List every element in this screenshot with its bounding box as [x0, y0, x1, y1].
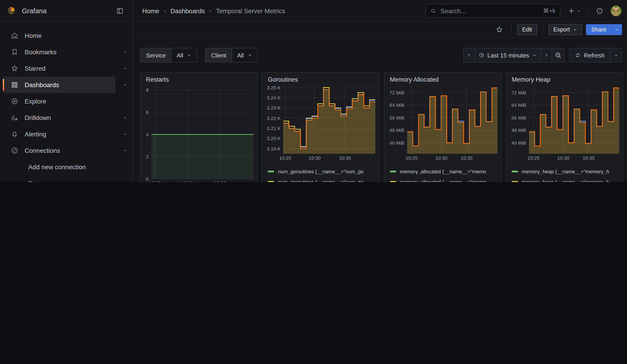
- breadcrumb-current: Temporal Server Metrics: [216, 7, 285, 14]
- y-axis-label: 40 MiB: [511, 140, 526, 146]
- sidebar-item-expand-button[interactable]: [117, 142, 133, 159]
- top-nav: Grafana Home › Dashboards › Temporal Ser…: [0, 0, 627, 22]
- y-axis-label: 64 MiB: [511, 103, 526, 108]
- x-axis-label: 10:25: [279, 155, 291, 160]
- sidebar-item-expand-button[interactable]: [117, 60, 133, 77]
- chevron-up-icon: [123, 148, 127, 153]
- panel-goroutines: Goroutines3.25 K3.24 K3.23 K3.22 K3.21 K…: [262, 72, 380, 182]
- brand-zone: Grafana: [0, 0, 133, 21]
- legend-color-chip: [390, 170, 396, 172]
- sidebar-item-bookmarks[interactable]: Bookmarks: [0, 44, 133, 60]
- sidebar-item-alerting[interactable]: Alerting: [0, 126, 133, 142]
- y-axis-label: 3.20 K: [267, 136, 281, 141]
- help-button[interactable]: ?: [593, 4, 606, 17]
- help-icon: ?: [596, 7, 603, 14]
- sidebar-item-label: Home: [25, 32, 131, 39]
- sidebar-item-expand-button[interactable]: [117, 109, 133, 126]
- sidebar-item-main[interactable]: Explore: [3, 93, 131, 109]
- chevron-down-icon: [123, 115, 127, 120]
- sidebar-item-main[interactable]: Drilldown: [3, 109, 115, 126]
- legend-item[interactable]: memory_allocated {__name__="memo: [390, 166, 498, 177]
- plot-area[interactable]: [283, 84, 375, 154]
- sidebar-item-explore[interactable]: Explore: [0, 93, 133, 109]
- sidebar-item-expand-button[interactable]: [117, 126, 133, 142]
- dock-menu-button[interactable]: [113, 4, 126, 17]
- x-axis-label: 10:35: [582, 155, 595, 160]
- legend-item[interactable]: num_goroutines {__name__="num_go: [268, 166, 375, 177]
- y-axis-label: 3.23 K: [267, 105, 281, 111]
- content: Edit Export Share ServiceAllClientAll: [133, 22, 627, 182]
- search-icon: [430, 8, 436, 13]
- breadcrumb-dashboards[interactable]: Dashboards: [170, 7, 205, 14]
- sidebar-item-connections[interactable]: Connections: [0, 142, 133, 159]
- sidebar-item-label: Data sources: [28, 180, 131, 182]
- plot-area[interactable]: [529, 84, 619, 154]
- sidebar: HomeBookmarksStarredDashboardsExploreDri…: [0, 22, 133, 182]
- sidebar-item-main[interactable]: Dashboards: [3, 77, 115, 93]
- sidebar-item-expand-button[interactable]: [117, 77, 133, 93]
- divider: [588, 6, 589, 16]
- legend-item[interactable]: memory_allocated {__name__="memo: [390, 177, 498, 182]
- plus-icon: [568, 7, 575, 14]
- panel-body: 3.25 K3.24 K3.23 K3.22 K3.21 K3.20 K3.19…: [262, 83, 379, 182]
- legend: memory_allocated {__name__="memomemory_a…: [386, 162, 498, 182]
- breadcrumb-separator: ›: [209, 7, 211, 14]
- x-axis-label: 10:30: [309, 155, 321, 160]
- breadcrumb-separator: ›: [164, 7, 166, 14]
- sidebar-item-main[interactable]: Connections: [3, 142, 115, 159]
- chart-row: 3.25 K3.24 K3.23 K3.22 K3.21 K3.20 K3.19…: [264, 84, 375, 154]
- y-axis: 72 MiB64 MiB56 MiB48 MiB40 MiB: [508, 84, 529, 154]
- sidebar-item-main[interactable]: Home: [3, 27, 131, 44]
- sidebar-item-main[interactable]: Data sources: [3, 175, 131, 182]
- legend-item[interactable]: memory_heap {__name__="memory_h: [512, 166, 619, 177]
- sidebar-item-data-sources[interactable]: Data sources: [0, 175, 133, 182]
- legend-color-chip: [268, 170, 274, 172]
- sidebar-item-main[interactable]: Add new connection: [3, 159, 131, 175]
- nav-right: ⌘+k ?: [425, 4, 627, 18]
- x-axis: 10:2510:3010:35: [151, 180, 254, 182]
- x-axis-label: 10:30: [435, 155, 448, 160]
- drilldown-icon: [11, 114, 18, 121]
- panel-memory-allocated: Memory Allocated72 MiB64 MiB56 MiB48 MiB…: [384, 72, 502, 182]
- x-axis-label: 10:35: [214, 180, 226, 182]
- sidebar-item-main[interactable]: Alerting: [3, 126, 115, 142]
- y-axis-label: 0: [146, 176, 149, 182]
- search-input[interactable]: [440, 7, 539, 15]
- plot-area[interactable]: [151, 84, 254, 179]
- legend-label: num_goroutines {__name__="num_go: [278, 179, 364, 182]
- breadcrumb-home[interactable]: Home: [142, 7, 159, 14]
- new-button[interactable]: [565, 4, 584, 17]
- sidebar-item-drilldown[interactable]: Drilldown: [0, 109, 133, 126]
- chevron-down-icon: [123, 83, 127, 87]
- home-icon: [11, 32, 18, 39]
- y-axis-label: 72 MiB: [389, 90, 404, 95]
- sidebar-item-expand-button[interactable]: [117, 44, 133, 60]
- sidebar-item-main[interactable]: Bookmarks: [3, 44, 115, 60]
- panel-title[interactable]: Memory Heap: [506, 73, 623, 83]
- chevron-down-icon: [123, 50, 127, 54]
- legend-item[interactable]: num_goroutines {__name__="num_go: [268, 177, 375, 182]
- sidebar-item-main[interactable]: Starred: [3, 60, 115, 77]
- y-axis-label: 56 MiB: [511, 115, 526, 120]
- sidebar-item-home[interactable]: Home: [0, 27, 133, 44]
- sidebar-item-label: Drilldown: [25, 114, 115, 121]
- legend-item[interactable]: memory_heap {__name__="memory_h: [512, 177, 619, 182]
- panel-title[interactable]: Restarts: [140, 73, 257, 83]
- plot-area[interactable]: [407, 84, 498, 154]
- search-box[interactable]: ⌘+k: [425, 4, 560, 18]
- legend-label: memory_heap {__name__="memory_h: [522, 179, 609, 182]
- x-axis-label: 10:35: [461, 155, 473, 160]
- bell-icon: [11, 130, 18, 138]
- avatar[interactable]: [611, 5, 622, 16]
- sidebar-item-add-new-connection[interactable]: Add new connection: [0, 159, 133, 175]
- sidebar-item-dashboards[interactable]: Dashboards: [0, 77, 133, 93]
- panel-title[interactable]: Goroutines: [262, 73, 379, 83]
- panel-title[interactable]: Memory Allocated: [384, 73, 501, 83]
- x-axis-label: 10:35: [339, 155, 351, 160]
- active-indicator: [3, 79, 4, 91]
- y-axis-label: 48 MiB: [511, 127, 526, 133]
- sidebar-item-starred[interactable]: Starred: [0, 60, 133, 77]
- y-axis-label: 56 MiB: [389, 115, 404, 120]
- sidebar-item-label: Explore: [25, 98, 131, 105]
- chart-row: 72 MiB64 MiB56 MiB48 MiB40 MiB: [386, 84, 498, 154]
